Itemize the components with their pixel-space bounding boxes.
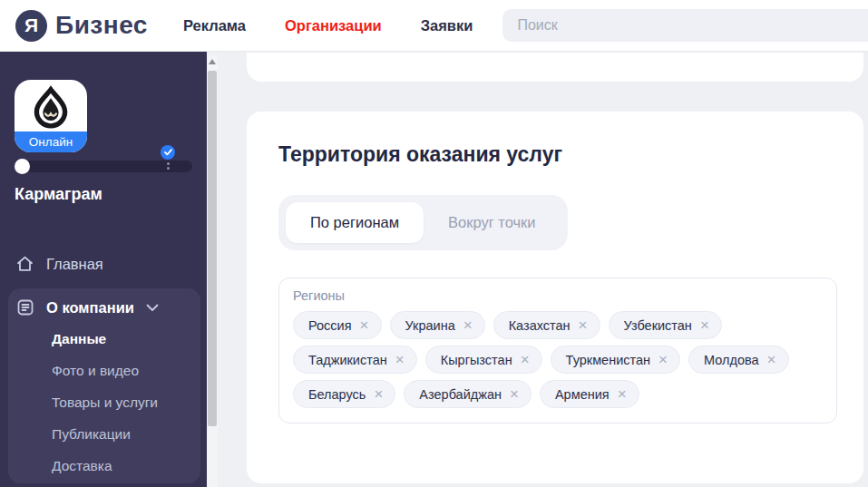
sidebar-subitem-publikacii[interactable]: Публикации	[52, 418, 200, 450]
slider-knob[interactable]	[15, 159, 30, 174]
sidebar-subitem-dannye[interactable]: Данные	[52, 323, 200, 355]
yandex-business-logo[interactable]: Я Бизнес	[15, 10, 148, 42]
region-chip: Беларусь ×	[293, 380, 395, 408]
scrollbar-thumb[interactable]	[208, 71, 217, 426]
region-chip: Узбекистан ×	[609, 311, 722, 339]
search-box	[502, 9, 868, 42]
region-chip: Украина ×	[390, 311, 485, 339]
section-title: Территория оказания услуг	[278, 142, 837, 167]
tab-po-regionam[interactable]: По регионам	[286, 202, 424, 243]
region-chip-label: Казахстан	[509, 318, 571, 333]
region-chip-label: Туркменистан	[566, 353, 650, 367]
remove-region-icon[interactable]: ×	[700, 317, 709, 333]
region-chip: Казахстан ×	[493, 311, 600, 339]
content-scrollbar[interactable]	[207, 55, 218, 487]
nav-item-zayavki[interactable]: Заявки	[421, 17, 473, 34]
sidebar-item-o-kompanii[interactable]: О компании	[16, 296, 200, 319]
nav-item-reklama[interactable]: Реклама	[183, 17, 246, 34]
sidebar-group-label: О компании	[46, 299, 134, 317]
company-logo-drop-icon	[27, 83, 74, 134]
remove-region-icon[interactable]: ×	[658, 352, 668, 367]
company-name: Кармаграм	[15, 185, 102, 204]
previous-section-card	[247, 53, 863, 82]
remove-region-icon[interactable]: ×	[374, 386, 383, 402]
region-chip: Армения ×	[540, 380, 639, 408]
brand-name: Бизнес	[55, 11, 148, 40]
service-territory-card: Территория оказания услуг По регионам Во…	[247, 112, 863, 483]
region-chip-label: Молдова	[704, 353, 759, 367]
region-chip: Туркменистан ×	[551, 346, 680, 374]
remove-region-icon[interactable]: ×	[510, 386, 519, 402]
region-chip-list: Россия × Украина × Казахстан × Узбекиста…	[293, 311, 823, 408]
remove-region-icon[interactable]: ×	[767, 352, 776, 367]
verified-check-icon	[161, 145, 175, 160]
app-window: Я Бизнес Реклама Организации Заявки Онла…	[0, 0, 868, 487]
region-chip: Кыргызстан ×	[425, 346, 542, 374]
regions-field-label: Регионы	[293, 288, 823, 303]
sidebar-sublist: Данные Фото и видео Товары и услуги Публ…	[16, 319, 200, 482]
remove-region-icon[interactable]: ×	[579, 317, 588, 333]
slider-handle-dots-icon	[167, 162, 170, 170]
sidebar-group-company: О компании Данные Фото и видео Товары и …	[8, 288, 200, 483]
region-chip-label: Таджикистан	[308, 353, 387, 367]
progress-slider[interactable]	[15, 161, 192, 172]
tab-vokrug-tochki[interactable]: Вокруг точки	[424, 202, 560, 243]
region-chip-label: Беларусь	[308, 387, 366, 402]
remove-region-icon[interactable]: ×	[463, 317, 473, 333]
territory-tabs: По регионам Вокруг точки	[278, 195, 568, 250]
region-chip: Таджикистан ×	[293, 346, 417, 374]
remove-region-icon[interactable]: ×	[521, 352, 530, 367]
chevron-down-icon	[146, 304, 159, 312]
region-chip: Азербайджан ×	[404, 380, 532, 408]
main-content: Территория оказания услуг По регионам Во…	[218, 52, 868, 487]
company-avatar[interactable]: Онлайн	[15, 80, 87, 152]
region-chip-label: Кыргызстан	[441, 353, 512, 367]
remove-region-icon[interactable]: ×	[618, 386, 627, 402]
scroll-up-arrow-icon[interactable]	[209, 59, 216, 64]
document-icon	[16, 298, 34, 317]
status-badge: Онлайн	[15, 131, 87, 152]
region-chip-label: Азербайджан	[419, 387, 502, 402]
region-chip-label: Россия	[308, 318, 352, 333]
sidebar-subitem-foto-i-video[interactable]: Фото и видео	[52, 355, 200, 386]
sidebar-subitem-dostavka[interactable]: Доставка	[52, 450, 200, 482]
region-chip-label: Узбекистан	[624, 318, 692, 333]
nav-item-organizacii[interactable]: Организации	[285, 17, 382, 34]
region-chip: Молдова ×	[688, 346, 789, 374]
sidebar: Онлайн Кармаграм Главная О компании	[0, 52, 207, 487]
top-navigation: Реклама Организации Заявки	[183, 17, 473, 34]
sidebar-subitem-tovary-i-uslugi[interactable]: Товары и услуги	[52, 386, 200, 418]
region-chip: Россия ×	[293, 311, 382, 339]
region-chip-label: Армения	[555, 387, 610, 402]
region-chip-label: Украина	[405, 318, 455, 333]
regions-field[interactable]: Регионы Россия × Украина × Казахстан ×	[278, 278, 837, 424]
top-bar: Я Бизнес Реклама Организации Заявки	[0, 0, 868, 52]
remove-region-icon[interactable]: ×	[360, 317, 369, 333]
remove-region-icon[interactable]: ×	[395, 352, 405, 367]
home-icon	[15, 255, 34, 273]
sidebar-item-glavnaya[interactable]: Главная	[7, 246, 200, 282]
ya-logo-icon: Я	[15, 10, 47, 42]
sidebar-item-label: Главная	[46, 256, 103, 273]
search-input[interactable]	[502, 9, 868, 42]
